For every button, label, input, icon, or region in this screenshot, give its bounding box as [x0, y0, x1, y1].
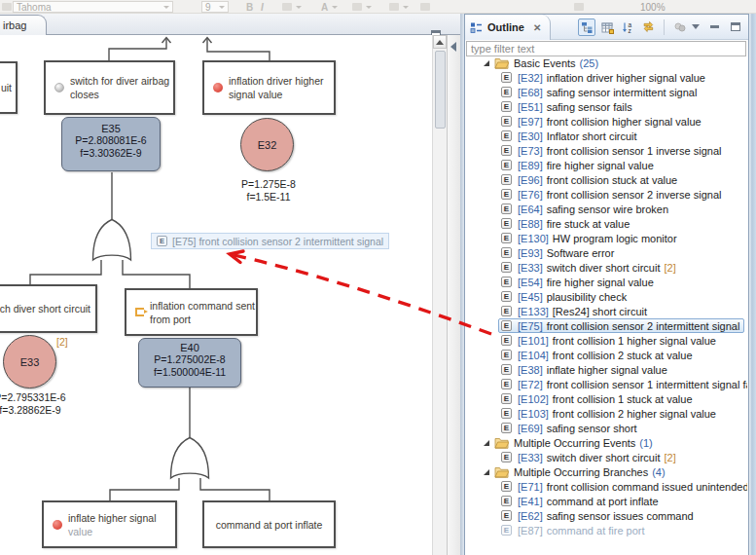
outline-event-row[interactable]: E[E104]front collision 2 stuck at value [501, 348, 693, 362]
outline-section-row[interactable]: Multiple Occurring Events(1) [484, 435, 653, 450]
close-icon[interactable]: ✕ [533, 22, 541, 33]
outline-event-row[interactable]: E[E45]plausibility check [501, 289, 627, 304]
event-icon: E [501, 510, 512, 521]
formatting-toolbar: Tahoma 9 B I A 100% [0, 0, 756, 14]
node-e40[interactable]: E40 P=1.275002E-8 f=1.500004E-11 [138, 338, 241, 388]
outline-event-row[interactable]: E[E76]front collision sensor 2 inverse s… [501, 187, 721, 202]
outline-event-row[interactable]: E[E62]safing sensor issues command [501, 508, 694, 523]
outline-tree[interactable]: Basic Events(25)E[E32]inflation driver h… [465, 56, 747, 555]
event-box-inflate-higher[interactable]: inflate higher signal value [42, 500, 177, 548]
outline-event-row[interactable]: E[E73]front collision sensor 1 inverse s… [501, 143, 721, 158]
outline-event-row[interactable]: E[E68]safing sensor intermittent signal [501, 85, 697, 99]
event-label: inflate higher signal value [547, 364, 667, 376]
link-with-editor-icon[interactable] [639, 18, 657, 36]
node-caption-e33: P=2.795331E-6 f=3.28862E-9 [0, 391, 85, 417]
outline-event-row[interactable]: E[E75]front collision sensor 2 intermitt… [498, 318, 744, 333]
event-id: [E89] [518, 160, 543, 171]
event-box-inflation-driver[interactable]: inflation driver higher signal value [202, 60, 336, 115]
event-icon: E [157, 236, 167, 246]
outline-section-row[interactable]: Basic Events(25) [484, 56, 598, 70]
event-id: [E69] [518, 423, 543, 434]
node-frequency: f=3.30362E-9 [62, 147, 160, 160]
outline-event-row[interactable]: E[E33]switch diver short circuit[2] [501, 260, 676, 275]
outline-view-icon [470, 21, 483, 34]
outline-event-row[interactable]: E[E71]front collision command issued uni… [501, 479, 747, 494]
font-size-combo[interactable]: 9 [201, 1, 229, 13]
line-style-button[interactable] [389, 1, 409, 13]
event-box-clipped[interactable]: uit [0, 61, 18, 114]
outline-event-row[interactable]: E[E41]command at port inflate [501, 494, 659, 508]
basic-event-circle-e32[interactable]: E32 [240, 118, 294, 171]
outline-event-row[interactable]: E[E38]inflate higher signal value [501, 362, 667, 377]
outline-event-row[interactable]: E[E30]Inflator short circuit [501, 129, 637, 143]
outline-event-row[interactable]: E[E133][Res24] short circuit [501, 304, 647, 318]
bold-button[interactable]: B [246, 1, 253, 13]
palette-expand-icon[interactable] [450, 42, 456, 52]
outline-event-row[interactable]: E[E51]safing sensor fails [501, 99, 632, 114]
event-id: [E51] [518, 101, 543, 113]
font-color-button[interactable]: A [321, 1, 338, 13]
maximize-icon[interactable] [731, 22, 740, 31]
view-menu-icon[interactable] [692, 24, 700, 29]
expand-arrow-icon[interactable] [484, 60, 489, 66]
editor-vertical-scrollbar[interactable] [432, 35, 447, 555]
outline-section-row[interactable]: Multiple Occurring Branches(4) [484, 464, 666, 479]
outline-event-row[interactable]: E[E93]Software error [501, 245, 614, 260]
event-box-command-at-port[interactable]: command at port inflate [202, 500, 336, 548]
arrow-style-button[interactable] [282, 1, 302, 13]
toolbar-icon-fragment[interactable] [2, 3, 12, 11]
highlighted-element-label-e75[interactable]: E [E75] front collision sensor 2 intermi… [151, 233, 389, 249]
outline-event-row[interactable]: E[E54]fire higher signal value [501, 275, 654, 289]
fill-color-button[interactable] [352, 1, 372, 13]
fault-tree-canvas[interactable]: uit switch for diver airbag closes infla… [0, 35, 432, 555]
font-family-combo[interactable]: Tahoma [13, 1, 173, 13]
scrollbar-thumb[interactable] [435, 51, 446, 129]
event-box-switch-diver-short[interactable]: tch diver short circuit [0, 284, 97, 333]
node-e35[interactable]: E35 P=2.808081E-6 f=3.30362E-9 [61, 117, 161, 171]
collapsed-palette-strip[interactable] [447, 35, 460, 555]
sort-az-icon[interactable]: az [619, 18, 636, 36]
node-id: E40 [139, 342, 240, 353]
event-box-label: inflate higher signal [68, 512, 156, 524]
scroll-up-button[interactable] [433, 35, 447, 49]
event-box-label: uit [1, 81, 12, 94]
event-id: [E76] [518, 189, 543, 201]
outline-event-row[interactable]: E[E87]command at fire port [501, 523, 645, 537]
tab-outline[interactable]: Outline ✕ [465, 15, 551, 40]
outline-event-row[interactable]: E[E69]safing sensor short [501, 421, 637, 435]
toolbar-separator [664, 19, 665, 35]
outline-event-row[interactable]: E[E88]fire stuck at value [501, 216, 630, 231]
expand-arrow-icon[interactable] [484, 440, 489, 446]
italic-button[interactable]: I [261, 1, 264, 13]
outline-event-row[interactable]: E[E103]front collision 2 higher signal v… [501, 406, 716, 421]
outline-event-row[interactable]: E[E64]safing sensor wire broken [501, 202, 668, 216]
outline-event-row[interactable]: E[E96]front collision stuck at value [501, 172, 677, 187]
editor-tab-airbag[interactable]: irbag [0, 15, 47, 35]
zoom-level[interactable]: 100% [640, 1, 666, 13]
align-button[interactable] [420, 1, 430, 13]
zoom-icon[interactable] [574, 1, 584, 13]
minimize-icon[interactable] [710, 25, 719, 28]
expand-arrow-icon[interactable] [484, 469, 489, 475]
event-box-label: switch for diver airbag closes [70, 74, 173, 101]
outline-event-row[interactable]: E[E32]inflation driver higher signal val… [501, 70, 705, 85]
outline-event-row[interactable]: E[E101]front collision 1 higher signal v… [501, 333, 716, 348]
event-box-switch-closes[interactable]: switch for diver airbag closes [44, 60, 175, 115]
filter-input[interactable] [466, 41, 746, 56]
outline-event-row[interactable]: E[E130]HW program logic monitor [501, 231, 677, 245]
grid-icon[interactable] [598, 18, 616, 36]
multiplicity-badge: [2] [56, 336, 68, 348]
outline-event-row[interactable]: E[E102]front collision 1 stuck at value [501, 391, 693, 406]
outline-event-row[interactable]: E[E33]switch diver short circuit[2] [501, 450, 676, 464]
event-box-inflation-command[interactable]: inflation command sent from port [125, 288, 258, 336]
collapse-all-icon[interactable] [671, 18, 689, 36]
basic-event-circle-e33[interactable]: E33 [3, 335, 56, 388]
event-icon: E [501, 423, 512, 433]
outline-event-row[interactable]: E[E72]front collision sensor 1 intermitt… [501, 377, 747, 391]
outline-event-row[interactable]: E[E97]front collision higher signal valu… [501, 114, 702, 129]
event-icon: E [501, 408, 512, 419]
tree-view-icon[interactable] [578, 18, 595, 36]
event-icon: E [501, 145, 512, 156]
event-icon: E [501, 218, 512, 229]
outline-event-row[interactable]: E[E89]fire higher signal value [501, 158, 654, 172]
